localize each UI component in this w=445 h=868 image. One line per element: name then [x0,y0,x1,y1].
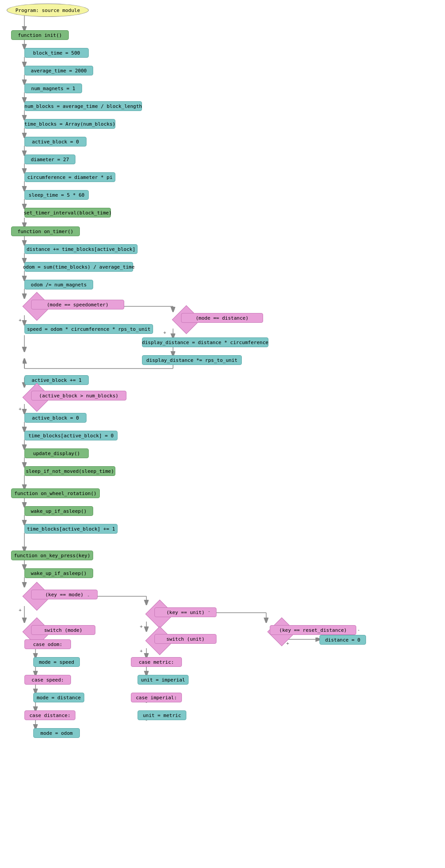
key-unit-plus-label: + [140,624,143,630]
active-block-0-node: active_block = 0 [24,137,87,147]
key-mode-plus-label: + [19,607,22,613]
mode-distance-node: mode = distance [33,693,84,702]
wake-up1-node: wake_up_if_asleep() [24,506,93,516]
if-speedometer-label: (mode == speedometer) [31,300,124,309]
flowchart: Program: source module function init() b… [0,0,445,868]
speedometer-minus-label: - [67,301,70,307]
sleep-if-node: sleep_if_not_moved(sleep_time) [24,466,115,476]
set-timer-node: set_timer_interval(block_time) [24,208,111,218]
key-mode-minus-label: - [87,593,90,598]
average-time-node: average_time = 2000 [24,66,93,75]
if-switch-unit-label: switch (unit) [154,634,217,644]
num-magnets-node: num_magnets = 1 [24,83,82,93]
time-blocks-plus-node: time_blocks[active_block] += 1 [24,524,118,534]
unit-metric-node: unit = metric [138,710,186,720]
distance-minus-label: - [217,314,220,320]
fn-on-timer-node: function on_timer() [11,226,80,236]
distance-plus-label: + [163,330,166,336]
key-reset-minus-label: - [357,627,360,633]
active-plus-label: + [19,406,22,412]
key-unit-minus-label: - [208,608,211,614]
active-minus-label: - [67,392,70,398]
update-display-node: update_display() [24,448,89,458]
fn-init-node: function init() [11,30,69,40]
odom-sum-node: odom = sum(time_blocks) / average_time [24,262,133,272]
sleep-time-node: sleep_time = 5 * 60 [24,190,89,200]
odom-div-node: odom /= num_magnets [24,280,93,289]
distance-plus-node: distance += time_blocks[active_block] [24,244,138,254]
distance-zero-node: distance = 0 [319,635,366,645]
diameter-node: diameter = 27 [24,155,75,164]
case-metric-node: case metric: [131,657,182,667]
program-node: Program: source module [7,4,89,17]
if-distance-label: (mode == distance) [181,313,263,323]
case-imperial-node: case imperial: [131,693,182,702]
display-distance-unit-node: display_distance *= rps_to_unit [142,355,242,365]
speedometer-plus-label: + [19,317,22,323]
active-block-plus-node: active_block += 1 [24,375,89,385]
case-distance-node: case distance: [24,710,75,720]
key-reset-plus-label: + [286,641,289,646]
mode-odom-node: mode = odom [33,728,80,738]
time-blocks-node: time_blocks = Array(num_blocks) [24,119,115,129]
if-switch-mode-label: switch (mode) [31,625,95,635]
case-odom-node: case odom: [24,639,71,649]
active-block-reset-node: active_block = 0 [24,413,87,423]
block-time-node: block_time = 500 [24,48,89,58]
if-active-gt-label: (active_block > num_blocks) [31,391,126,400]
case-speed-node: case speed: [24,675,71,685]
if-key-reset-label: (key == reset_distance) [270,625,356,635]
display-distance-node: display_distance = distance * circumfere… [142,337,268,347]
fn-on-wheel-node: function on_wheel_rotation() [11,488,100,498]
if-key-unit-label: (key == unit) [154,607,217,617]
wake-up2-node: wake_up_if_asleep() [24,568,93,578]
mode-speed-node: mode = speed [33,657,80,667]
switch-unit-plus-label: + [140,648,143,654]
time-blocks-zero-node: time_blocks[active_block] = 0 [24,431,118,440]
speed-eq-node: speed = odom * circumference * rps_to_un… [24,324,153,334]
circumference-node: circumference = diameter * pi [24,172,115,182]
fn-on-key-node: function on_key_press(key) [11,551,93,560]
num-blocks-node: num_blocks = average_time / block_length [24,101,142,111]
unit-imperial-node: unit = imperial [138,675,189,685]
